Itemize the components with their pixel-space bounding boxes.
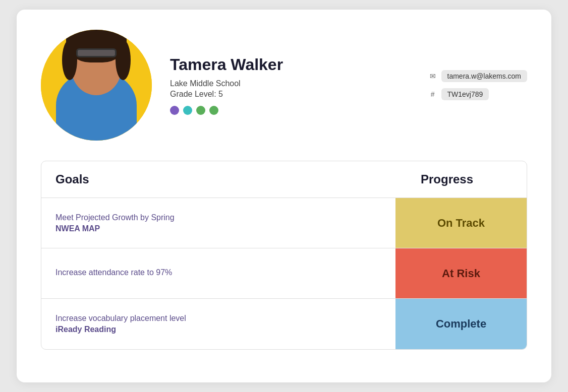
student-card: Tamera Walker Lake Middle School Grade L… [17,10,551,382]
id-badge: TW1evj789 [441,88,489,100]
contact-section: ✉ tamera.w@lakems.com # TW1evj789 [428,70,527,100]
progress-cell-1: On Track [395,198,527,248]
email-badge: tamera.w@lakems.com [441,70,527,82]
email-icon: ✉ [428,72,437,80]
avatar [41,30,152,141]
email-item: ✉ tamera.w@lakems.com [428,70,527,82]
status-badge-complete: Complete [395,299,527,349]
goal-subject-1: NWEA MAP [55,224,381,233]
student-grade: Grade Level: 5 [170,90,410,99]
table-row: Increase vocabulary placement level iRea… [41,299,527,349]
goal-text-2: Increase attendance rate to 97% [41,248,395,298]
status-badge-at-risk: At Risk [395,248,527,298]
goal-text-3: Increase vocabulary placement level iRea… [41,299,395,349]
dot-2 [183,106,192,115]
goals-column-header: Goals [55,172,381,186]
goal-text-1: Meet Projected Growth by Spring NWEA MAP [41,198,395,248]
progress-column-header: Progress [381,172,513,186]
progress-cell-3: Complete [395,299,527,349]
id-item: # TW1evj789 [428,88,527,100]
table-row: Increase attendance rate to 97% At Risk [41,248,527,299]
progress-cell-2: At Risk [395,248,527,298]
student-school: Lake Middle School [170,77,410,90]
table-header: Goals Progress [41,161,527,198]
hash-icon: # [428,90,437,98]
dot-4 [209,106,218,115]
goal-subject-3: iReady Reading [55,325,381,334]
status-badge-on-track: On Track [395,198,527,248]
student-info: Tamera Walker Lake Middle School Grade L… [170,55,410,115]
goal-description-1: Meet Projected Growth by Spring [55,213,381,222]
subject-dots [170,106,410,115]
goal-description-3: Increase vocabulary placement level [55,314,381,323]
dot-1 [170,106,179,115]
dot-3 [196,106,205,115]
goals-table: Goals Progress Meet Projected Growth by … [41,161,527,350]
profile-section: Tamera Walker Lake Middle School Grade L… [41,30,527,161]
table-row: Meet Projected Growth by Spring NWEA MAP… [41,198,527,248]
goal-description-2: Increase attendance rate to 97% [55,268,381,277]
student-name: Tamera Walker [170,55,410,74]
